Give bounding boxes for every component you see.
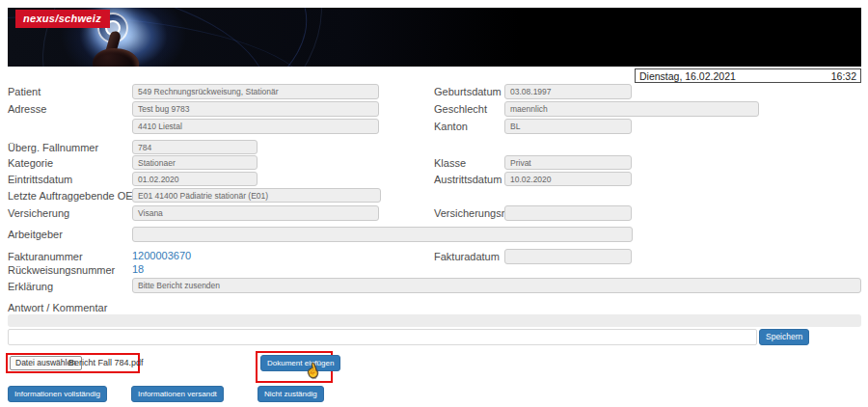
- austrittsdatum-field[interactable]: 10.02.2020: [504, 172, 632, 186]
- eintrittsdatum-field[interactable]: 01.02.2020: [132, 172, 258, 186]
- fallnummer-field[interactable]: 784: [132, 140, 258, 154]
- kanton-label: Kanton: [434, 121, 468, 132]
- klasse-label: Klasse: [434, 157, 466, 169]
- informationen-vollstaendig-button[interactable]: Informationen vollständig: [8, 386, 107, 402]
- arbeitgeber-label: Arbeitgeber: [8, 229, 63, 240]
- adresse-ort-field[interactable]: 4410 Liestal: [132, 119, 379, 134]
- geburtsdatum-label: Geburtsdatum: [434, 86, 502, 97]
- selected-filename: Bericht Fall 784.pdf: [68, 358, 144, 367]
- rueckweisungsnummer-link[interactable]: 18: [132, 263, 144, 275]
- header-banner: nexus/schweiz: [8, 8, 861, 67]
- auftraggebende-oe-field[interactable]: E01 41400 Pädiatrie stationär (E01): [132, 188, 381, 203]
- kategorie-label: Kategorie: [8, 157, 53, 169]
- patient-label: Patient: [8, 86, 41, 97]
- informationen-versandt-button[interactable]: Informationen versandt: [131, 386, 224, 402]
- versicherung-label: Versicherung: [8, 207, 69, 219]
- nexus-schweiz-logo: nexus/schweiz: [15, 10, 110, 28]
- antwort-readonly-bar: [8, 314, 861, 327]
- dokument-einfuegen-button[interactable]: Dokument einfügen: [260, 355, 340, 371]
- versicherung-field[interactable]: Visana: [132, 205, 379, 221]
- datetime-bar: Dienstag, 16.02.2021 16:32: [635, 68, 861, 83]
- speichern-button[interactable]: Speichern: [759, 329, 809, 345]
- kanton-field[interactable]: BL: [504, 119, 632, 134]
- fakturadatum-label: Fakturadatum: [434, 251, 500, 262]
- arbeitgeber-field[interactable]: [132, 227, 633, 242]
- eintrittsdatum-label: Eintrittsdatum: [8, 174, 72, 185]
- erklaerung-field[interactable]: Bitte Bericht zusenden: [132, 278, 861, 293]
- klasse-field[interactable]: Privat: [504, 155, 632, 170]
- nicht-zustaendig-button[interactable]: Nicht zuständig: [258, 386, 324, 402]
- rueckweisungsnummer-label: Rückweisungsnummer: [8, 264, 115, 276]
- fakturadatum-field[interactable]: [504, 249, 632, 264]
- austrittsdatum-label: Austrittsdatum: [434, 174, 502, 185]
- fakturanummer-label: Fakturanummer: [8, 251, 83, 262]
- erklaerung-label: Erklärung: [8, 281, 53, 292]
- fakturanummer-link[interactable]: 1200003670: [132, 250, 191, 261]
- geschlecht-label: Geschlecht: [434, 103, 487, 115]
- patient-field[interactable]: 549 Rechnungsrückweisung, Stationär: [132, 84, 379, 99]
- current-date: Dienstag, 16.02.2021: [639, 70, 736, 82]
- kategorie-field[interactable]: Stationaer: [132, 155, 258, 170]
- current-time: 16:32: [831, 70, 856, 82]
- geschlecht-field[interactable]: maennlich: [504, 101, 759, 117]
- antwort-kommentar-label: Antwort / Kommentar: [8, 302, 107, 313]
- auftraggebende-oe-label: Letzte Auftraggebende OE: [8, 190, 133, 202]
- adresse-field[interactable]: Test bug 9783: [132, 101, 379, 117]
- fallnummer-label: Überg. Fallnummer: [8, 142, 98, 153]
- adresse-label: Adresse: [8, 103, 46, 115]
- antwort-kommentar-input[interactable]: [8, 329, 757, 345]
- versicherungsnr-field[interactable]: [504, 205, 632, 221]
- geburtsdatum-field[interactable]: 03.08.1997: [504, 84, 632, 99]
- page: nexus/schweiz Dienstag, 16.02.2021 16:32…: [0, 0, 868, 407]
